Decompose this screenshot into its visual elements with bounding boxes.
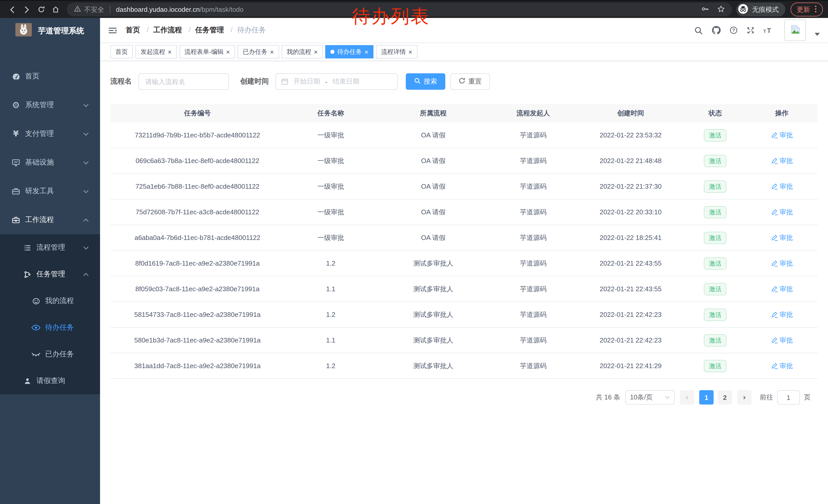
goto-page-input[interactable] <box>777 390 800 405</box>
page-button[interactable]: 1 <box>699 390 714 405</box>
approve-link[interactable]: 审批 <box>771 156 793 165</box>
table-column-header: 创建时间 <box>577 109 685 118</box>
table-column-header: 状态 <box>685 109 746 118</box>
rabbit-logo <box>15 23 32 39</box>
help-icon[interactable]: ? <box>730 26 738 34</box>
task-table: 任务编号任务名称所属流程流程发起人创建时间状态操作 73211d9d-7b9b-… <box>110 104 818 379</box>
browser-toolbar: 不安全 dashboard.yudao.iocoder.cn /bpm/task… <box>0 0 828 18</box>
close-icon[interactable]: × <box>314 48 318 55</box>
cell-status: 激活 <box>685 334 746 346</box>
tag-tab[interactable]: 首页 <box>110 45 133 58</box>
search-button[interactable]: 搜索 <box>406 73 445 90</box>
close-icon[interactable]: × <box>365 48 368 55</box>
sidebar-item[interactable]: 研发工具 <box>0 177 100 205</box>
broken-image-icon <box>790 24 800 37</box>
sidebar-item[interactable]: ¥ 支付管理 <box>0 120 100 148</box>
approve-link[interactable]: 审批 <box>771 361 793 370</box>
kebab-menu-icon[interactable] <box>815 5 817 14</box>
prev-page-button[interactable]: ‹ <box>680 390 694 405</box>
page-button[interactable]: 2 <box>718 390 732 405</box>
approve-link[interactable]: 审批 <box>771 208 793 217</box>
pencil-icon <box>771 183 778 190</box>
status-badge: 激活 <box>704 154 727 167</box>
date-range-picker[interactable]: 开始日期 - 结束日期 <box>276 73 398 90</box>
security-status[interactable]: 不安全 <box>74 5 104 14</box>
approve-link[interactable]: 审批 <box>771 335 793 345</box>
breadcrumb-item[interactable]: 工作流程 <box>153 26 182 34</box>
sidebar-item[interactable]: 待办任务 <box>0 314 100 341</box>
table-column-header: 操作 <box>746 109 818 118</box>
sidebar-item[interactable]: 我的流程 <box>0 288 100 314</box>
sidebar-item[interactable]: 任务管理 <box>0 261 100 288</box>
sidebar-item[interactable]: 流程管理 <box>0 234 100 261</box>
bookmark-star-icon[interactable] <box>717 5 725 14</box>
table-row: 75d72608-7b7f-11ec-a3c8-acde48001122 一级审… <box>110 199 818 225</box>
sidebar-item[interactable]: 基础设施 <box>0 148 100 177</box>
app-logo-bar[interactable]: 芋道管理系统 <box>0 18 100 44</box>
approve-link[interactable]: 审批 <box>771 131 793 140</box>
date-start-placeholder[interactable]: 开始日期 <box>293 77 320 86</box>
approve-link[interactable]: 审批 <box>771 259 793 268</box>
sidebar-collapse-icon[interactable] <box>108 27 117 34</box>
tag-tab[interactable]: 已办任务 × <box>238 45 279 58</box>
sidebar-item[interactable]: 工作流程 <box>0 205 100 234</box>
page-suffix: 页 <box>804 393 811 402</box>
status-badge: 激活 <box>704 334 727 346</box>
sidebar-item[interactable]: ⚙ 系统管理 <box>0 91 100 120</box>
cell-created: 2022-01-21 22:43:55 <box>577 285 685 293</box>
tag-tab-label: 发起流程 <box>140 47 165 56</box>
status-badge: 激活 <box>704 360 727 372</box>
browser-home-icon[interactable] <box>48 6 63 13</box>
header-search-icon[interactable] <box>694 26 703 35</box>
sidebar-item-label: 请假查询 <box>36 376 65 385</box>
toolbox-icon <box>11 187 20 195</box>
tag-tab[interactable]: 发起流程 × <box>135 45 177 58</box>
tag-tab[interactable]: 流程表单-编辑 × <box>179 45 235 58</box>
cell-task-id: 725a1eb6-7b88-11ec-8ef0-acde48001122 <box>110 183 285 190</box>
process-name-input[interactable] <box>138 73 229 90</box>
date-end-placeholder[interactable]: 结束日期 <box>333 77 359 86</box>
github-icon[interactable] <box>711 26 721 35</box>
reset-button[interactable]: 重置 <box>450 73 490 90</box>
close-icon[interactable]: × <box>168 48 172 55</box>
cell-process: 测试多审批人 <box>377 259 490 268</box>
browser-forward-icon[interactable] <box>19 5 34 13</box>
sidebar-item[interactable]: 已办任务 <box>0 341 100 368</box>
cell-created: 2022-01-21 22:43:55 <box>577 260 685 267</box>
avatar[interactable] <box>784 19 806 41</box>
tag-tab[interactable]: 我的流程 × <box>282 45 323 58</box>
browser-update-button[interactable]: 更新 <box>791 3 823 16</box>
close-icon[interactable]: × <box>408 48 412 55</box>
password-key-icon[interactable] <box>701 5 709 14</box>
browser-back-icon[interactable] <box>5 5 19 13</box>
page-size-select[interactable]: 10条/页 <box>625 390 675 405</box>
fullscreen-icon[interactable] <box>746 26 755 34</box>
approve-link[interactable]: 审批 <box>771 182 793 191</box>
cell-status: 激活 <box>685 360 746 372</box>
close-icon[interactable]: × <box>270 48 274 55</box>
svg-text:T: T <box>763 29 766 34</box>
sidebar-item[interactable]: 请假查询 <box>0 368 100 394</box>
cell-task-name: 一级审批 <box>285 182 377 191</box>
incognito-icon <box>738 4 748 15</box>
approve-link[interactable]: 审批 <box>771 284 793 293</box>
avatar-caret-down-icon[interactable] <box>815 33 820 36</box>
table-row: 8f0d1619-7ac8-11ec-a9e2-a2380e71991a 1.2… <box>110 251 818 276</box>
breadcrumb-item[interactable]: 任务管理 <box>195 26 224 34</box>
close-icon[interactable]: × <box>226 48 230 55</box>
cell-created: 2022-01-21 22:42:23 <box>577 311 685 318</box>
address-bar[interactable]: 不安全 dashboard.yudao.iocoder.cn /bpm/task… <box>67 3 732 16</box>
breadcrumb-item[interactable]: 待办任务 <box>237 26 266 34</box>
font-size-icon[interactable]: TT <box>763 27 773 34</box>
sidebar-item[interactable]: 首页 <box>0 62 100 91</box>
table-row: 725a1eb6-7b88-11ec-8ef0-acde48001122 一级审… <box>110 174 818 199</box>
monitor-icon <box>11 158 20 167</box>
cell-status: 激活 <box>685 308 746 321</box>
breadcrumb-item[interactable]: 首页 <box>126 26 140 34</box>
next-page-button[interactable]: › <box>737 390 752 405</box>
browser-reload-icon[interactable] <box>34 6 48 13</box>
tag-tab[interactable]: 流程详情 × <box>376 45 417 58</box>
tag-tab[interactable]: 待办任务 × <box>326 45 373 58</box>
approve-link[interactable]: 审批 <box>771 310 793 319</box>
approve-link[interactable]: 审批 <box>771 233 793 242</box>
